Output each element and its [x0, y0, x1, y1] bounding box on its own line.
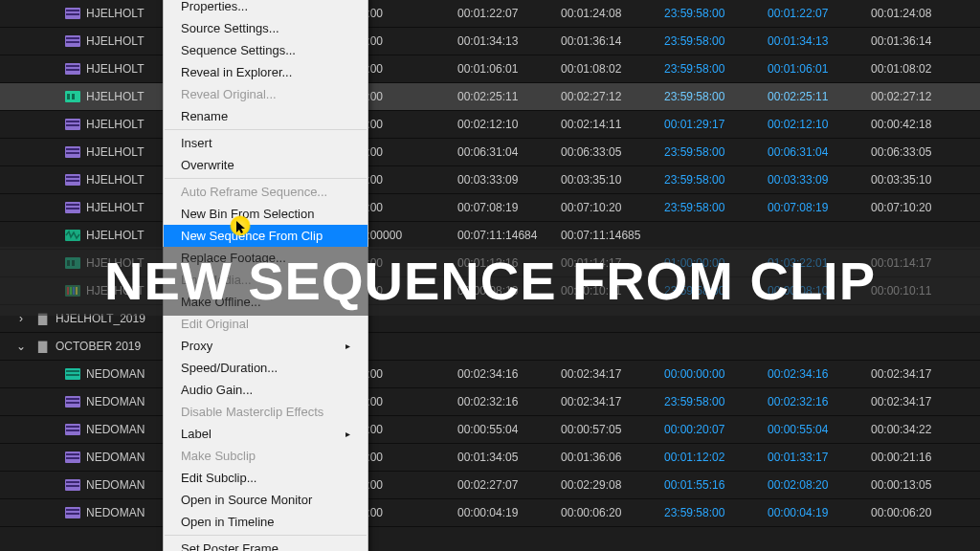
menu-item: Make Subclip — [164, 445, 368, 467]
menu-item[interactable]: Proxy▸ — [164, 335, 368, 357]
media-row[interactable]: HJELHOLT68:0000:02:12:1000:02:14:1100:01… — [0, 111, 980, 139]
timecode-cell: 00:02:12:10 — [457, 118, 561, 131]
timecode-cell: 00:07:08:19 — [457, 201, 561, 214]
svg-rect-40 — [66, 426, 79, 428]
svg-rect-38 — [66, 402, 79, 404]
media-row[interactable]: HJELHOLT68:0000:01:06:0100:01:08:0223:59… — [0, 55, 980, 83]
media-row[interactable]: NEDOMAN68:0000:02:32:1600:02:34:1723:59:… — [0, 388, 980, 416]
menu-label: Set Poster Frame — [181, 541, 278, 551]
timecode-cell: 00:01:08:02 — [871, 62, 974, 76]
timecode-cell: 00:02:27:07 — [457, 478, 561, 492]
timecode-cell: 68:00 — [354, 506, 457, 519]
svg-rect-20 — [66, 180, 79, 182]
timecode-cell: 23:59:58:00 — [664, 34, 768, 48]
media-row[interactable]: HJELHOLT68:0000:01:34:1300:01:36:1423:59… — [0, 28, 980, 55]
media-row[interactable]: HJELHOLT68:0000:07:08:1900:07:10:2023:59… — [0, 194, 980, 222]
timecode-cell: 68:00 — [354, 118, 457, 131]
media-row[interactable]: NEDOMAN00:0000:02:34:1600:02:34:1700:00:… — [0, 361, 980, 388]
timecode-cell: 00:01:24:08 — [871, 7, 974, 20]
timecode-cell: 00:02:34:17 — [871, 395, 974, 408]
timecode-cell: 00:00:06:20 — [561, 506, 664, 519]
menu-item[interactable]: Set Poster Frame — [164, 538, 368, 551]
media-row[interactable]: NEDOMAN68:0000:00:55:0400:00:57:0500:00:… — [0, 416, 980, 444]
menu-item[interactable]: Reveal in Explorer... — [164, 61, 368, 83]
seq-icon — [59, 202, 86, 213]
media-row[interactable]: HJELHOLT68:0000:01:22:0700:01:24:0823:59… — [0, 0, 980, 28]
menu-item[interactable]: Edit Subclip... — [164, 467, 368, 489]
timecode-cell: 68:00 — [354, 423, 457, 436]
media-row[interactable]: NEDOMAN68:0000:01:34:0500:01:36:0600:01:… — [0, 444, 980, 472]
menu-label: Audio Gain... — [181, 383, 253, 397]
seq-icon — [59, 396, 86, 408]
timecode-cell: 23:59:58:00 — [664, 395, 768, 408]
folder-row[interactable]: ⌄▇OCTOBER 2019 — [0, 333, 980, 361]
media-row[interactable]: HJELHOLT68:0000:03:33:0900:03:35:1023:59… — [0, 166, 980, 194]
menu-item[interactable]: Label▸ — [164, 423, 368, 445]
menu-item[interactable]: Overwrite — [164, 154, 368, 176]
menu-item: Auto Reframe Sequence... — [164, 181, 368, 203]
menu-item[interactable]: Open in Timeline — [164, 511, 368, 533]
timecode-cell: 68:00 — [354, 90, 457, 103]
menu-item[interactable]: Sequence Settings... — [164, 39, 368, 61]
menu-item[interactable]: Source Settings... — [164, 17, 368, 39]
svg-rect-19 — [66, 176, 79, 178]
timecode-cell: 00:02:32:16 — [768, 395, 871, 408]
vid-icon — [59, 91, 86, 102]
menu-item[interactable]: Open in Source Monitor — [164, 489, 368, 511]
timecode-cell: 00:00:04:19 — [457, 506, 561, 519]
timecode-cell: 00:00:42:18 — [871, 118, 974, 131]
media-row[interactable]: NEDOMAN68:0000:00:04:1900:00:06:2023:59:… — [0, 499, 980, 527]
expander-icon[interactable]: ⌄ — [13, 340, 29, 353]
menu-label: Overwrite — [181, 158, 234, 172]
timecode-cell: 00:01:36:14 — [871, 34, 974, 48]
menu-item[interactable]: New Bin From Selection — [164, 203, 368, 225]
timecode-cell: 00:02:34:17 — [561, 367, 664, 381]
timecode-cell: 68:00 — [354, 34, 457, 48]
timecode-cell: 00:02:27:12 — [561, 90, 664, 103]
media-row[interactable]: HJELHOLT68:0000:06:31:0400:06:33:0523:59… — [0, 139, 980, 166]
menu-item[interactable]: Properties... — [164, 0, 368, 17]
menu-item[interactable]: New Sequence From Clip — [164, 225, 368, 247]
svg-rect-11 — [72, 94, 75, 99]
menu-item[interactable]: Speed/Duration... — [164, 357, 368, 379]
timecode-cell: 00:00000 — [354, 229, 457, 242]
menu-label: Edit Original — [181, 317, 249, 331]
seq-icon — [59, 479, 86, 491]
svg-rect-22 — [66, 204, 79, 206]
submenu-arrow-icon: ▸ — [345, 429, 350, 439]
menu-item[interactable]: Rename — [164, 105, 368, 127]
submenu-arrow-icon: ▸ — [345, 341, 350, 351]
media-row[interactable]: HJELHOLT00:0000000:07:11:1468400:07:11:1… — [0, 222, 980, 250]
menu-label: Edit Subclip... — [181, 471, 257, 485]
svg-rect-47 — [66, 485, 79, 487]
timecode-cell: 00:02:25:11 — [457, 90, 561, 103]
timecode-cell: 00:01:55:16 — [664, 478, 768, 492]
media-row[interactable]: HJELHOLT68:0000:02:25:1100:02:27:1223:59… — [0, 83, 980, 111]
timecode-cell: 00:01:06:01 — [457, 62, 561, 76]
timecode-cell: 00:00:13:05 — [871, 478, 974, 492]
timecode-cell: 00:01:34:13 — [457, 34, 561, 48]
menu-label: Reveal in Explorer... — [181, 65, 292, 79]
svg-rect-4 — [66, 37, 79, 39]
seq-icon — [59, 452, 86, 463]
menu-label: Open in Timeline — [181, 515, 275, 529]
timecode-cell: 00:02:34:16 — [457, 367, 561, 381]
menu-label: Open in Source Monitor — [181, 493, 312, 507]
timecode-cell: 00:01:34:05 — [457, 451, 561, 464]
timecode-cell: 00:06:31:04 — [768, 145, 871, 159]
menu-label: Disable Masterclip Effects — [181, 405, 323, 419]
timecode-cell: 00:07:11:14685 — [561, 229, 664, 242]
menu-item: Edit Original — [164, 313, 368, 335]
media-row[interactable]: NEDOMAN68:0000:02:27:0700:02:29:0800:01:… — [0, 472, 980, 499]
menu-item[interactable]: Audio Gain... — [164, 379, 368, 401]
svg-rect-37 — [66, 398, 79, 400]
timecode-cell: 00:03:33:09 — [768, 173, 871, 187]
svg-rect-7 — [66, 65, 79, 67]
timecode-cell: 00:00:04:19 — [768, 506, 871, 519]
timecode-cell: 00:03:33:09 — [457, 173, 561, 187]
svg-rect-46 — [66, 481, 79, 483]
folder-icon: ▇ — [29, 340, 56, 353]
svg-rect-23 — [66, 208, 79, 209]
timecode-cell: 68:00 — [354, 478, 457, 492]
menu-item[interactable]: Insert — [164, 132, 368, 154]
